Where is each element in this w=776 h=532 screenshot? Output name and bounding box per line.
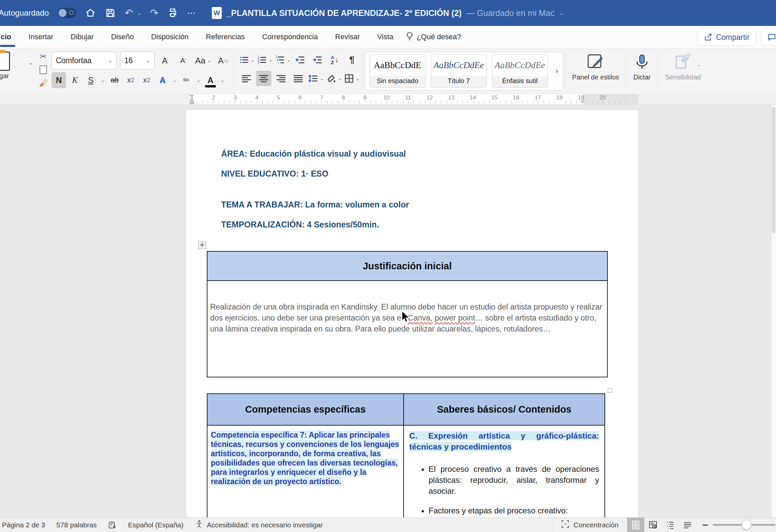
copy-icon[interactable] [37,64,49,75]
sensitivity-button[interactable]: Sensibilidad ⌄ [660,50,706,91]
styles-gallery-expand-icon[interactable]: › [553,67,561,75]
save-status-chevron-icon[interactable]: ⌄ [559,9,564,17]
tab-insertar[interactable]: Insertar [20,26,62,48]
language-indicator[interactable]: Español (España) [128,521,184,529]
multilevel-list-button[interactable]: 1ai⌄ [274,52,290,67]
align-right-button[interactable] [273,71,288,86]
highlight-button[interactable]: ✎ [179,72,194,88]
borders-button[interactable]: ⌄ [344,71,360,86]
page-indicator[interactable]: Página 2 de 3 [2,521,45,529]
tab-dibujar[interactable]: Dibujar [62,26,103,48]
undo-icon[interactable]: ↶ [125,8,133,18]
style-sin-espaciado[interactable]: AaBbCcDdE Sin espaciado [370,54,426,88]
bold-button[interactable]: N [51,72,66,88]
clear-formatting-button[interactable]: A◇ [216,52,230,68]
view-print-layout-icon[interactable] [627,518,644,532]
competencias-cell[interactable]: Competencia específica 7: Aplicar las pr… [207,425,403,517]
document-page[interactable]: ÁREA: Educación plástica visual y audiov… [186,110,638,517]
home-icon[interactable] [85,7,96,19]
indent-marker-right[interactable] [580,99,585,103]
strikethrough-button[interactable]: ab [108,72,122,88]
style-titulo-7[interactable]: AaBbCcDdEe Título 7 [431,54,487,88]
sensitivity-dropdown-icon[interactable]: ⌄ [697,61,701,67]
highlight-dropdown-icon[interactable]: ⌄ [195,72,202,88]
styles-pane-button[interactable]: Panel de estilos [568,50,624,91]
view-draft-icon[interactable] [679,518,696,532]
view-outline-icon[interactable] [661,518,679,532]
table-move-handle[interactable]: ✛ [198,241,206,249]
font-color-button[interactable]: A [203,72,218,88]
grow-font-button[interactable]: Aˆ [158,52,173,68]
tab-correspondencia[interactable]: Correspondencia [253,26,327,48]
paste-dropdown-icon[interactable]: ⌄ [29,59,33,66]
zoom-out-button[interactable]: − [702,519,708,531]
subscript-button[interactable]: x2 [123,72,138,88]
autosave-toggle[interactable] [57,8,76,18]
show-marks-button[interactable]: ¶ [345,52,360,67]
zoom-control: − [696,519,776,531]
tab-diseno[interactable]: Diseño [103,26,142,48]
superscript-button[interactable]: x2 [139,72,154,88]
tab-inicio[interactable]: cio [0,26,20,48]
dictate-button[interactable]: Dictar [628,50,656,91]
comments-button[interactable]: C [761,29,776,46]
saberes-cell[interactable]: C. Expresión artística y gráfico-plástic… [403,425,604,517]
tab-disposicion[interactable]: Disposición [143,26,197,48]
style-name: Énfasis sutil [493,76,548,87]
indent-marker-left[interactable] [190,95,194,104]
text-effects-dropdown-icon[interactable]: ⌄ [171,72,178,88]
vertical-scrollbar[interactable] [771,105,776,517]
scrollbar-thumb[interactable] [772,107,775,233]
increase-indent-button[interactable] [310,52,325,67]
save-status[interactable]: — Guardado en mi Mac [466,8,554,18]
justification-table-cell[interactable]: Realización de una obra inspirada en Kan… [207,281,607,377]
tab-referencias[interactable]: Referencias [197,26,253,48]
print-icon[interactable] [167,7,178,19]
sensitivity-label: Sensibilidad [665,73,701,81]
decrease-indent-button[interactable] [293,52,308,67]
ruler[interactable]: 1234567891011121314151617181920 [0,94,776,105]
underline-dropdown-icon[interactable]: ⌄ [100,72,106,88]
word-count[interactable]: 578 palabras [56,521,97,529]
undo-dropdown-icon[interactable]: ⌄ [137,10,141,16]
style-enfasis-sutil[interactable]: AaBbCcDdEe Énfasis sutil [492,54,548,88]
zoom-slider-thumb[interactable] [741,520,751,530]
justify-button[interactable] [290,71,306,86]
italic-button[interactable]: K [67,72,82,88]
save-icon[interactable] [105,7,116,19]
underline-button[interactable]: S [83,72,98,88]
more-icon[interactable]: ⋯ [187,9,195,17]
redo-icon[interactable]: ↷ [150,8,158,18]
tab-revisar[interactable]: Revisar [327,26,369,48]
lightbulb-icon [405,31,414,42]
focus-mode-button[interactable]: Concentración [552,518,627,532]
sort-button[interactable]: AZ↓ [327,52,343,67]
align-center-button[interactable] [256,71,271,86]
font-name-select[interactable]: Comfortaa⌄ [51,51,117,69]
change-case-button[interactable]: Aa⌄ [194,52,212,68]
view-web-layout-icon[interactable] [644,518,661,532]
share-button[interactable]: Compartir [698,29,756,46]
cut-icon[interactable]: ✂ [37,51,49,62]
font-color-dropdown-icon[interactable]: ⌄ [219,72,226,88]
accessibility-status[interactable]: Accesibilidad: es necesario investigar [195,520,323,530]
line-spacing-button[interactable]: ⌄ [308,71,324,86]
font-size-select[interactable]: 16⌄ [120,51,155,69]
tab-vista[interactable]: Vista [369,26,402,48]
tell-me-control[interactable]: ¿Qué desea? [402,26,464,48]
proofing-status-icon[interactable] [108,521,117,529]
table-resize-handle[interactable] [608,388,612,393]
word-doc-icon: W [212,7,222,19]
word-window: Autoguardado ↶ ⌄ ↷ ⋯ W _PLANTILLA SITUAC… [0,0,776,532]
saberes-bullet-2: Factores y etapas del proceso creativo: [428,505,599,516]
shrink-font-button[interactable]: Aˇ [176,52,191,68]
format-painter-icon[interactable]: 🖌︎ [37,77,49,89]
zoom-slider[interactable] [713,524,775,526]
shading-button[interactable]: ⌄ [326,71,342,86]
paste-button[interactable]: egar [0,51,10,80]
bullets-button[interactable]: ⌄ [239,52,255,67]
styles-pane-label: Panel de estilos [572,73,619,81]
text-effects-button[interactable]: A [155,72,170,88]
align-left-button[interactable] [239,71,254,86]
numbering-button[interactable]: 123⌄ [257,52,272,67]
